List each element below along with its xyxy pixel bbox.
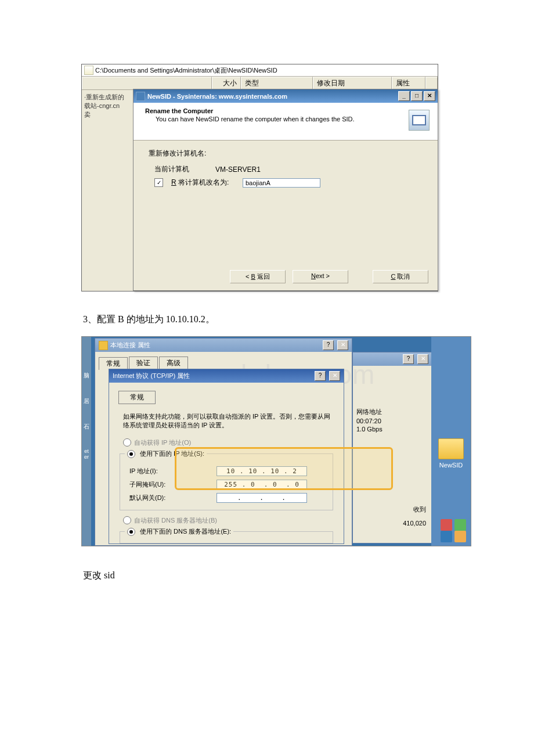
wizard-subheading: You can have NewSID rename the computer … [156,116,426,123]
newsid-folder[interactable]: NewSID [438,438,464,469]
col-attrs[interactable]: 属性 [392,77,425,89]
computer-icon [409,110,430,131]
folder-icon [438,438,464,459]
mask-label: 子网掩码(U): [129,480,217,489]
lan-tabs: 常规 验证 高级 [95,353,352,369]
gateway-label: 默认网关(D): [129,494,217,502]
lan-title: 本地连接 属性 [110,341,150,350]
cancel-button[interactable]: C 取消 [373,270,428,283]
tab-advanced[interactable]: 高级 [159,357,188,369]
manual-dns-group: 使用下面的 DNS 服务器地址(E): [120,527,333,543]
col-date[interactable]: 修改日期 [313,77,392,89]
minimize-button[interactable]: _ [398,91,410,101]
close-button[interactable]: ✕ [417,354,428,364]
windows-logo-icon [439,518,467,543]
current-computer-row: 当前计算机 VM-SERVER1 [154,164,423,174]
radio-manual-ip[interactable] [127,450,135,458]
net-address-label: 网络地址 [356,408,428,416]
wizard-header: Rename the Computer You can have NewSID … [134,103,438,141]
explorer-window: C:\Documents and Settings\Administrator\… [81,64,438,291]
maximize-button[interactable]: □ [411,91,423,101]
explorer-side-text: ·重新生成新的 载站-cngr.cn 卖 [82,91,138,121]
mask-input[interactable] [217,480,307,489]
col-size[interactable]: 大小 [212,77,241,89]
manual-ip-legend[interactable]: 使用下面的 IP 地址(S): [125,449,207,458]
newsid-wizard: NewSID - Sysinternals: www.sysinternals.… [133,89,438,291]
help-button[interactable]: ? [403,354,414,364]
auto-ip-row[interactable]: 自动获得 IP 地址(O) [123,438,338,447]
rename-input[interactable] [243,178,320,188]
current-computer-label: 当前计算机 [154,164,210,174]
hint-text: 如果网络支持此功能，则可以获取自动指派的 IP 设置。否则，您需要从网络系统管理… [123,412,334,430]
tab-general[interactable]: 常规 [118,391,156,404]
close-button[interactable]: ✕ [329,371,340,381]
network-icon [99,341,108,350]
tab-auth[interactable]: 验证 [129,357,158,369]
network-info: 网络地址 00:07:20 1.0 Gbps [353,404,432,436]
radio-auto-ip[interactable] [123,438,131,447]
manual-dns-legend[interactable]: 使用下面的 DNS 服务器地址(E): [125,527,233,536]
speed-value: 1.0 Gbps [356,426,428,433]
desktop-screenshot: 脑居石eter ? ✕ 网络地址 00:07:20 1.0 Gbps 收到 41… [81,336,471,546]
rename-label: 将计算机改名为: [178,178,229,186]
tab-general[interactable]: 常规 [99,357,128,370]
section-label: 重新修改计算机名: [149,149,423,159]
wizard-title: NewSID - Sysinternals: www.sysinternals.… [147,93,287,100]
manual-ip-group: 使用下面的 IP 地址(S): IP 地址(I): 子网掩码(U): 默认网关(… [120,449,333,510]
tcpip-titlebar[interactable]: Internet 协议 (TCP/IP) 属性 ? ✕ [109,369,344,383]
address-path: C:\Documents and Settings\Administrator\… [95,66,277,75]
auto-dns-label: 自动获得 DNS 服务器地址(B) [134,516,217,525]
wizard-titlebar[interactable]: NewSID - Sysinternals: www.sysinternals.… [134,89,438,103]
auto-dns-row[interactable]: 自动获得 DNS 服务器地址(B) [123,516,338,525]
ip-label: IP 地址(I): [129,467,217,476]
rename-checkbox[interactable] [154,178,163,187]
next-button[interactable]: Next > [293,270,348,283]
status-window: ? ✕ 网络地址 00:07:20 1.0 Gbps 收到 410,020 [352,352,432,543]
folder-label: NewSID [439,462,463,469]
current-computer-value: VM-SERVER1 [215,165,261,174]
tcpip-properties-window: Internet 协议 (TCP/IP) 属性 ? ✕ 常规 如果网络支持此功能… [109,369,344,544]
lan-titlebar[interactable]: 本地连接 属性 ? ✕ [95,339,352,352]
received-label: 收到 [413,505,426,514]
wizard-heading: Rename the Computer [145,107,426,114]
auto-ip-label: 自动获得 IP 地址(O) [134,438,191,447]
column-header[interactable]: 大小 类型 修改日期 属性 [82,77,438,90]
received-bytes: 410,020 [403,520,426,527]
tcpip-title: Internet 协议 (TCP/IP) 属性 [113,372,190,380]
close-button[interactable]: ✕ [424,91,435,101]
ip-input[interactable] [217,466,307,476]
back-button[interactable]: < B 返回 [230,270,286,283]
help-button[interactable]: ? [323,340,334,350]
folder-icon [84,66,93,75]
gateway-input[interactable] [217,493,307,503]
mac-value: 00:07:20 [356,417,428,424]
address-bar[interactable]: C:\Documents and Settings\Administrator\… [82,64,438,77]
close-button[interactable]: ✕ [337,340,348,350]
footer-text: 更改 sid [83,570,522,582]
radio-auto-dns[interactable] [123,516,131,524]
help-button[interactable]: ? [315,371,326,381]
radio-manual-dns[interactable] [127,528,135,536]
col-type[interactable]: 类型 [241,77,313,89]
step-text: 3、配置 B 的地址为 10.10.10.2。 [83,314,522,326]
rename-row: R 将计算机改名为: [154,178,423,188]
app-icon [136,92,145,101]
left-edge: 脑居石eter [82,337,91,546]
